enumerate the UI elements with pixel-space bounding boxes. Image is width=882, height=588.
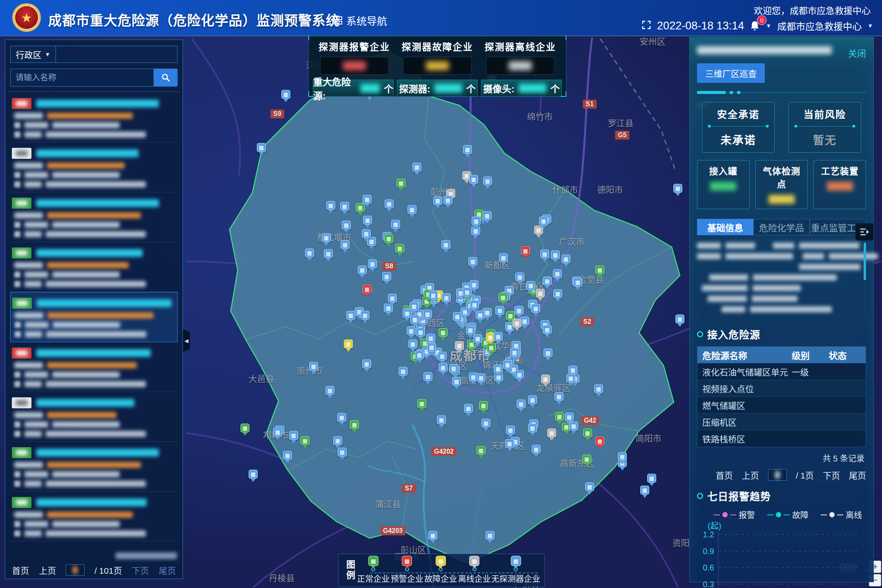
map-marker-blue[interactable]: ▦ <box>528 395 537 404</box>
scrollbar-thumb[interactable] <box>864 243 866 280</box>
table-row[interactable]: 燃气储罐区 <box>697 396 866 413</box>
page-number-input[interactable] <box>768 469 787 481</box>
map-marker-green[interactable]: ▦ <box>395 244 404 253</box>
map-marker-blue[interactable]: ▦ <box>429 291 438 300</box>
next-page-button[interactable]: 下页 <box>823 469 840 481</box>
map-marker-blue[interactable]: ▦ <box>289 431 298 440</box>
map-marker-blue[interactable]: ▦ <box>433 196 442 205</box>
map-marker-yellow[interactable]: ▦ <box>344 339 353 348</box>
map-marker-blue[interactable]: ▦ <box>585 482 594 491</box>
map-marker-green[interactable]: ▦ <box>396 178 405 187</box>
map-marker-blue[interactable]: ▦ <box>540 249 549 258</box>
table-row[interactable]: 压缩机区 <box>697 413 866 430</box>
map-marker-blue[interactable]: ▦ <box>326 201 335 210</box>
map-marker-blue[interactable]: ▦ <box>341 240 350 249</box>
map-marker-blue[interactable]: ▦ <box>399 367 408 376</box>
map-marker-blue[interactable]: ▦ <box>362 229 371 238</box>
map-marker-blue[interactable]: ▦ <box>675 314 684 323</box>
tab-hazardous-chemicals[interactable]: 危险化学品 <box>753 219 810 235</box>
map-marker-green[interactable]: ▦ <box>582 454 591 463</box>
map-marker-blue[interactable]: ▦ <box>503 360 512 369</box>
map-marker-blue[interactable]: ▦ <box>363 195 372 204</box>
map-marker-blue[interactable]: ▦ <box>515 272 524 281</box>
chart-legend-item[interactable]: 故障 <box>767 509 808 521</box>
map-marker-blue[interactable]: ▦ <box>477 373 486 382</box>
map-marker-blue[interactable]: ▦ <box>324 249 333 258</box>
map-marker-blue[interactable]: ▦ <box>526 281 535 290</box>
map-marker-blue[interactable]: ▦ <box>305 248 314 257</box>
map-marker-blue[interactable]: ▦ <box>528 423 537 432</box>
map-marker-blue[interactable]: ▦ <box>385 199 394 208</box>
map-marker-blue[interactable]: ▦ <box>469 372 478 381</box>
map-marker-blue[interactable]: ▦ <box>408 205 416 214</box>
map-marker-green[interactable]: ▦ <box>499 293 508 302</box>
map-marker-blue[interactable]: ▦ <box>257 143 266 152</box>
map-marker-blue[interactable]: ▦ <box>555 392 564 401</box>
map-marker-blue[interactable]: ▦ <box>494 332 503 341</box>
map-marker-blue[interactable]: ▦ <box>515 370 524 379</box>
map-marker-blue[interactable]: ▦ <box>464 404 473 413</box>
enterprise-list-item[interactable] <box>10 492 178 541</box>
map-marker-blue[interactable]: ▦ <box>322 233 331 242</box>
map-marker-red[interactable]: ▦ <box>363 285 372 294</box>
map-marker-blue[interactable]: ▦ <box>325 386 334 395</box>
map-marker-blue[interactable]: ▦ <box>472 216 481 225</box>
map-marker-green[interactable]: ▦ <box>301 436 310 445</box>
map-marker-blue[interactable]: ▦ <box>569 421 578 430</box>
table-row[interactable]: 液化石油气储罐区单元 一级 <box>697 363 866 380</box>
fullscreen-icon[interactable] <box>641 20 651 31</box>
map-marker-blue[interactable]: ▦ <box>531 304 540 313</box>
map-marker-blue[interactable]: ▦ <box>463 145 472 154</box>
map-marker-blue[interactable]: ▦ <box>362 359 371 368</box>
map-marker-green[interactable]: ▦ <box>487 343 496 352</box>
map-marker-blue[interactable]: ▦ <box>470 300 479 309</box>
org-menu[interactable]: 成都市应急救援中心 <box>777 19 862 33</box>
map-marker-blue[interactable]: ▦ <box>553 269 562 278</box>
map-marker-blue[interactable]: ▦ <box>453 312 462 321</box>
scrollbar[interactable] <box>864 243 866 318</box>
table-row[interactable]: 铁路栈桥区 <box>697 430 866 447</box>
system-nav[interactable]: 系统导航 <box>334 13 387 28</box>
map-marker-green[interactable]: ▦ <box>555 412 564 421</box>
map-marker-blue[interactable]: ▦ <box>388 294 397 303</box>
map-marker-blue[interactable]: ▦ <box>520 316 529 325</box>
map-marker-blue[interactable]: ▦ <box>543 348 552 357</box>
map-marker-blue[interactable]: ▦ <box>506 425 515 434</box>
map-marker-green[interactable]: ▦ <box>583 428 592 437</box>
enterprise-list-item[interactable] <box>10 192 178 242</box>
map-marker-blue[interactable]: ▦ <box>368 259 377 268</box>
map-marker-green[interactable]: ▦ <box>241 423 249 432</box>
map-marker-green[interactable]: ▦ <box>439 328 448 337</box>
map-marker-red[interactable]: ▦ <box>595 437 604 445</box>
map-marker-blue[interactable]: ▦ <box>543 276 552 285</box>
map-marker-blue[interactable]: ▦ <box>640 486 649 494</box>
map-marker-blue[interactable]: ▦ <box>438 352 447 361</box>
map-marker-blue[interactable]: ▦ <box>514 306 523 315</box>
map-marker-blue[interactable]: ▦ <box>342 220 351 229</box>
panel-collapse-button[interactable] <box>855 223 873 241</box>
map-marker-blue[interactable]: ▦ <box>337 413 346 422</box>
map-marker-blue[interactable]: ▦ <box>510 348 519 357</box>
map-marker-blue[interactable]: ▦ <box>281 90 290 99</box>
map-marker-green[interactable]: ▦ <box>384 234 393 243</box>
map-marker-blue[interactable]: ▦ <box>363 216 372 225</box>
map-marker-blue[interactable]: ▦ <box>412 163 421 172</box>
map-marker-blue[interactable]: ▦ <box>469 175 478 184</box>
tab-basic-info[interactable]: 基础信息 <box>697 219 753 235</box>
chevron-down-icon[interactable]: ▼ <box>766 22 771 29</box>
map-marker-green[interactable]: ▦ <box>595 265 604 274</box>
map-marker-blue[interactable]: ▦ <box>517 399 526 408</box>
map-marker-blue[interactable]: ▦ <box>594 384 603 393</box>
map-marker-red[interactable]: ▦ <box>521 246 530 255</box>
map-marker-blue[interactable]: ▦ <box>618 452 627 461</box>
map-marker-blue[interactable]: ▦ <box>346 311 355 320</box>
map-marker-blue[interactable]: ▦ <box>468 257 477 266</box>
map-marker-blue[interactable]: ▦ <box>426 334 435 343</box>
next-page-button[interactable]: 下页 <box>132 564 149 576</box>
map-marker-blue[interactable]: ▦ <box>391 220 400 229</box>
map-marker-blue[interactable]: ▦ <box>499 253 508 262</box>
prev-page-button[interactable]: 上页 <box>742 469 759 481</box>
map-marker-blue[interactable]: ▦ <box>561 254 570 263</box>
map-marker-blue[interactable]: ▦ <box>361 311 370 320</box>
map-marker-blue[interactable]: ▦ <box>449 364 458 373</box>
